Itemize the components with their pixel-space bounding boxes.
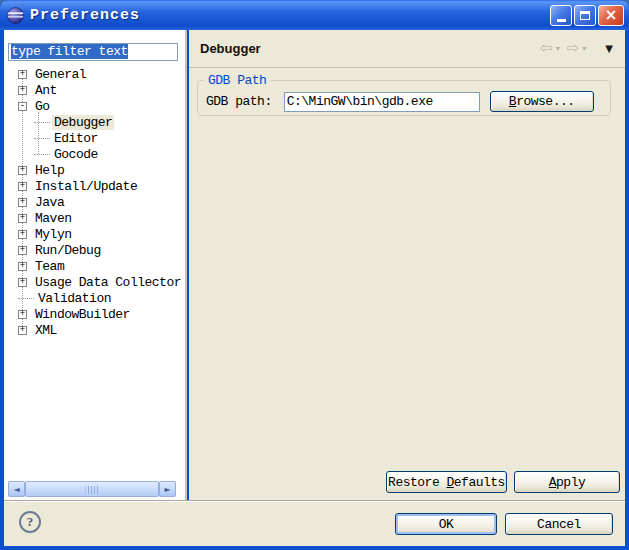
tree-item-go[interactable]: -Go [4,98,183,114]
restore-defaults-button[interactable]: Restore Defaults [386,471,507,493]
window-title: Preferences [30,7,140,24]
tree-item-help[interactable]: +Help [4,162,183,178]
tree-item-label: Editor [52,131,100,146]
tree-item-java[interactable]: +Java [4,194,183,210]
header-nav: ⇦ ▾ ⇨ ▾ ▼ [540,41,613,56]
tree-item-label: Help [33,163,66,178]
tree-item-label: Team [33,259,66,274]
tree-item-label: XML [33,323,59,338]
tree-item-general[interactable]: +General [4,66,183,82]
expand-icon[interactable]: + [18,166,27,175]
tree-item-label: Ant [33,83,59,98]
tree-item-label: Java [33,195,66,210]
sidebar: type filter text +General+Ant-GoDebugger… [4,30,187,500]
tree-item-xml[interactable]: +XML [4,322,183,338]
expand-icon[interactable]: + [18,86,27,95]
tree-item-mylyn[interactable]: +Mylyn [4,226,183,242]
tree-item-label: General [33,67,88,82]
browse-button[interactable]: Browse... [490,91,594,112]
page-title: Debugger [200,41,261,56]
apply-button[interactable]: Apply [514,471,620,493]
expand-icon[interactable]: + [18,230,27,239]
help-icon: ? [27,514,34,530]
tree-item-install-update[interactable]: +Install/Update [4,178,183,194]
tree-item-run-debug[interactable]: +Run/Debug [4,242,183,258]
tree-item-usage-data-collector[interactable]: +Usage Data Collector [4,274,183,290]
tree-horizontal-scrollbar[interactable]: ◄ ► [8,481,176,497]
expand-icon[interactable]: + [18,278,27,287]
tree-item-windowbuilder[interactable]: +WindowBuilder [4,306,183,322]
tree-item-validation[interactable]: Validation [4,290,183,306]
back-dropdown-icon[interactable]: ▾ [556,44,560,53]
tree-item-label: WindowBuilder [33,307,132,322]
maximize-icon [580,11,590,20]
tree-item-editor[interactable]: Editor [4,130,183,146]
tree-item-debugger[interactable]: Debugger [4,114,183,130]
expand-icon[interactable]: + [18,214,27,223]
tree-item-label: Mylyn [33,227,74,242]
scrollbar-thumb[interactable] [25,481,159,497]
gdb-path-label: GDB path: [206,94,272,109]
scroll-right-button[interactable]: ► [159,481,176,497]
tree-connector [34,122,50,123]
maximize-button[interactable] [574,5,596,26]
scroll-right-icon: ► [164,485,170,494]
close-icon: × [605,8,618,23]
scroll-left-button[interactable]: ◄ [8,481,25,497]
preferences-tree: +General+Ant-GoDebuggerEditorGocode+Help… [4,66,183,478]
tree-item-label: Validation [36,291,113,306]
tree-item-team[interactable]: +Team [4,258,183,274]
expand-icon[interactable]: + [18,310,27,319]
expand-icon[interactable]: + [18,198,27,207]
group-title: GDB Path [204,73,270,88]
collapse-icon[interactable]: - [18,102,27,111]
minimize-icon [557,19,566,22]
page-header: Debugger ⇦ ▾ ⇨ ▾ ▼ [189,30,625,68]
tree-item-label: Gocode [52,147,100,162]
filter-input[interactable]: type filter text [8,43,178,61]
filter-text-selected: type filter text [11,44,128,59]
close-button[interactable]: × [598,5,624,26]
preferences-dialog: Preferences × type filter text +General+… [0,0,629,550]
tree-item-maven[interactable]: +Maven [4,210,183,226]
window-controls: × [548,5,624,26]
help-button[interactable]: ? [19,511,41,533]
expand-icon[interactable]: + [18,246,27,255]
panel-button-bar: Restore Defaults Apply [386,471,620,493]
forward-dropdown-icon[interactable]: ▾ [582,44,586,53]
expand-icon[interactable]: + [18,182,27,191]
tree-item-label: Run/Debug [33,243,103,258]
dialog-footer: ? OK Cancel [4,500,625,546]
minimize-button[interactable] [550,5,572,26]
tree-item-label: Install/Update [33,179,139,194]
tree-item-label: Maven [33,211,74,226]
expand-icon[interactable]: + [18,262,27,271]
scroll-left-icon: ◄ [13,485,19,494]
view-menu-icon[interactable]: ▼ [605,43,613,54]
cancel-button[interactable]: Cancel [505,513,613,535]
gdb-path-row: GDB path: Browse... [198,88,610,112]
eclipse-logo-icon [7,7,24,24]
tree-item-label: Go [33,99,52,114]
gdb-path-group: GDB Path GDB path: Browse... [197,73,611,116]
back-icon[interactable]: ⇦ [540,41,553,56]
tree-item-ant[interactable]: +Ant [4,82,183,98]
scrollbar-grip-icon [86,486,99,494]
expand-icon[interactable]: + [18,70,27,79]
forward-icon[interactable]: ⇨ [567,41,580,56]
gdb-path-input[interactable] [284,92,480,112]
titlebar[interactable]: Preferences × [0,0,629,30]
content-panel: Debugger ⇦ ▾ ⇨ ▾ ▼ GDB Path GDB path: Br… [189,30,625,500]
tree-connector [18,298,34,299]
tree-connector [34,154,50,155]
expand-icon[interactable]: + [18,326,27,335]
tree-item-gocode[interactable]: Gocode [4,146,183,162]
tree-item-label: Debugger [52,115,114,130]
tree-item-label: Usage Data Collector [33,275,183,290]
tree-connector [34,138,50,139]
ok-button[interactable]: OK [395,513,497,535]
